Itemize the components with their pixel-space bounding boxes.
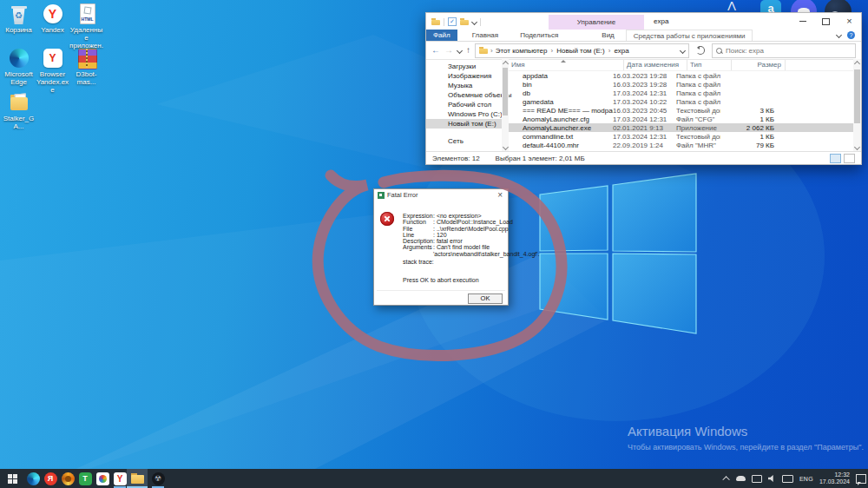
minimize-button[interactable]: [791, 13, 814, 30]
column-header-size[interactable]: Размер: [732, 59, 786, 70]
address-box[interactable]: Этот компьютерНовый том (E:)expa: [475, 43, 689, 58]
taskbar-explorer-button[interactable]: [127, 469, 148, 488]
ok-button[interactable]: OK: [468, 293, 503, 304]
file-row[interactable]: appdata 16.03.2023 19:28 Папка с файлами: [509, 71, 853, 80]
onedrive-icon[interactable]: [736, 476, 746, 481]
file-row[interactable]: gamedata 17.03.2024 10:22 Папка с файлам…: [509, 97, 853, 106]
action-center-icon[interactable]: [856, 474, 866, 484]
taskbar-anomaly-button[interactable]: [149, 469, 167, 488]
search-input[interactable]: [726, 47, 852, 55]
keyboard-icon[interactable]: [782, 475, 793, 483]
file-row[interactable]: === READ ME=== — modpack.txt 16.03.2023 …: [509, 106, 853, 115]
file-date: 16.03.2023 19:28: [613, 72, 676, 80]
chevron-down-icon[interactable]: [471, 18, 477, 24]
nav-item[interactable]: Сеть: [426, 136, 509, 146]
ribbon-tab[interactable]: Средства работы с приложениями: [626, 30, 753, 41]
network-icon[interactable]: [752, 475, 762, 483]
ribbon-tab[interactable]: Поделиться: [513, 30, 565, 41]
taskbar-green-t-button[interactable]: [76, 469, 94, 488]
scrollbar-thumb[interactable]: [854, 69, 860, 123]
nav-item[interactable]: Изображения: [426, 71, 509, 81]
column-header-date[interactable]: Дата изменения: [624, 59, 687, 70]
scroll-up-icon[interactable]: [854, 61, 860, 67]
up-button[interactable]: ↑: [466, 46, 470, 55]
file-row[interactable]: commandline.txt 17.03.2024 12:31 Текстов…: [509, 132, 853, 141]
file-row[interactable]: default-44100.mhr 22.09.2019 1:24 Файл "…: [509, 141, 853, 149]
breadcrumb-item[interactable]: expa: [614, 47, 628, 55]
properties-check-icon[interactable]: [448, 17, 457, 26]
nav-item[interactable]: Windows Pro (C:): [426, 109, 509, 119]
dialog-close-icon[interactable]: [496, 191, 504, 200]
nav-item-icon: [435, 119, 444, 129]
folder-icon[interactable]: [431, 18, 440, 25]
error-detail-line: Arguments : Can't find model file: [403, 244, 503, 250]
file-size: 2 062 КБ: [720, 124, 778, 132]
desktop-icon[interactable]: Y Yandex: [36, 3, 69, 48]
start-button[interactable]: [2, 469, 23, 488]
new-folder-icon[interactable]: [460, 18, 469, 25]
history-chevron-icon[interactable]: [457, 47, 463, 53]
desktop-icon-label: Корзина: [2, 26, 36, 34]
column-header-type[interactable]: Тип: [687, 59, 732, 70]
column-header-name[interactable]: Имя: [509, 59, 624, 70]
desktop-icon[interactable]: Stalker_GA...: [2, 92, 36, 136]
close-button[interactable]: [838, 13, 861, 30]
scroll-down-icon[interactable]: [503, 144, 509, 150]
nav-item[interactable]: Загрузки: [426, 62, 509, 71]
search-box[interactable]: [712, 43, 856, 58]
address-dropdown-icon[interactable]: [680, 47, 686, 53]
watermark-title: Активация Windows: [628, 424, 864, 439]
file-row[interactable]: bin 16.03.2023 19:28 Папка с файлами: [509, 80, 853, 89]
ribbon-tab[interactable]: Главная: [465, 30, 505, 41]
nav-item[interactable]: Рабочий стол: [426, 100, 509, 109]
activation-watermark: Активация Windows Чтобы активировать Win…: [628, 424, 864, 452]
desktop-icon[interactable]: Корзина: [2, 3, 36, 48]
nav-item[interactable]: Музыка: [426, 81, 509, 90]
refresh-icon[interactable]: [696, 46, 705, 55]
ribbon-tab[interactable]: Вид: [595, 30, 621, 41]
breadcrumb-item[interactable]: Новый том (E:): [556, 47, 614, 55]
volume-icon[interactable]: [768, 475, 776, 483]
breadcrumb-separator: [490, 47, 493, 55]
nav-item[interactable]: Новый том (E:): [426, 119, 509, 129]
breadcrumb-item[interactable]: Этот компьютер: [496, 47, 557, 55]
taskbar-yandex-browser-button[interactable]: [111, 469, 128, 488]
desktop-icon[interactable]: Y Browser Yandex.exe: [36, 48, 69, 92]
scroll-down-icon[interactable]: [854, 144, 860, 150]
scroll-up-icon[interactable]: [503, 61, 509, 67]
nav-item-icon: [435, 81, 444, 90]
file-type: Файл "CFG": [676, 115, 720, 123]
explorer-titlebar[interactable]: Управление expa: [426, 13, 861, 30]
navigation-pane: Загрузки Изображения Музыка Объемные объ…: [426, 59, 509, 152]
desktop-icon[interactable]: D3bot-mas...: [69, 48, 103, 92]
taskbar-yandex-red-button[interactable]: [42, 469, 59, 488]
yandex-y-icon: [114, 472, 127, 485]
forward-button[interactable]: →: [444, 46, 453, 55]
file-row[interactable]: db 17.03.2024 12:31 Папка с файлами: [509, 89, 853, 97]
ribbon-tab[interactable]: Файл: [426, 30, 457, 41]
taskbar-orange-app-button[interactable]: [59, 469, 76, 488]
nav-item[interactable]: Объемные объекты: [426, 90, 509, 100]
file-row[interactable]: AnomalyLauncher.exe 02.01.2021 9:13 Прил…: [509, 123, 853, 132]
desktop-icon[interactable]: Microsoft Edge: [2, 48, 36, 92]
collapse-ribbon-icon[interactable]: [836, 32, 842, 38]
desktop-icon-glyph: HTML: [76, 3, 98, 24]
file-row[interactable]: AnomalyLauncher.cfg 17.03.2024 12:31 Фай…: [509, 115, 853, 123]
back-button[interactable]: ←: [431, 46, 440, 55]
dialog-titlebar[interactable]: Fatal Error: [374, 189, 508, 201]
clock[interactable]: 12:32 17.03.2024: [819, 472, 850, 485]
language-indicator[interactable]: ENG: [799, 476, 813, 482]
help-icon[interactable]: [847, 31, 855, 39]
desktop-icon[interactable]: HTML Удаленные приложен...: [69, 3, 103, 48]
details-view-button[interactable]: [830, 154, 841, 163]
file-list-scrollbar[interactable]: [853, 59, 861, 152]
maximize-button[interactable]: [814, 13, 838, 30]
taskbar-edge-button[interactable]: [24, 469, 42, 488]
scrollbar-thumb[interactable]: [503, 68, 508, 115]
location-folder-icon: [479, 47, 488, 54]
file-date: 17.03.2024 12:31: [613, 89, 676, 97]
thumbnails-view-button[interactable]: [844, 154, 855, 163]
nav-scrollbar[interactable]: [502, 59, 509, 152]
taskbar-ball-app-button[interactable]: [94, 469, 111, 488]
tray-expand-icon[interactable]: [722, 476, 729, 483]
